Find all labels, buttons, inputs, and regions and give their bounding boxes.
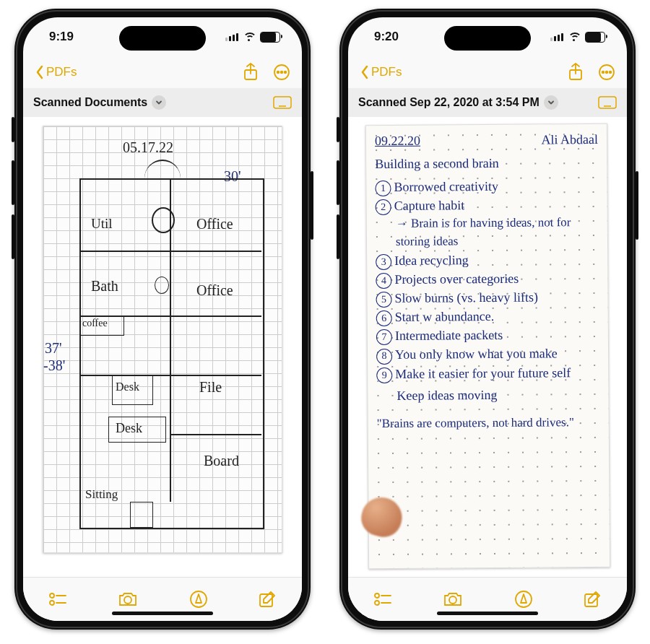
room-desk2: Desk <box>116 421 142 436</box>
expand-icon[interactable] <box>152 95 166 110</box>
notes-item: Borrowed creativity <box>394 179 498 194</box>
share-icon[interactable] <box>243 63 259 82</box>
home-indicator[interactable] <box>112 612 213 615</box>
dim-left-top: 37' <box>45 340 62 357</box>
room-board: Board <box>204 453 239 469</box>
thumb-in-photo <box>357 493 406 541</box>
back-label: PDFs <box>371 65 402 79</box>
notes-closing: Keep ideas moving <box>396 385 605 405</box>
notes-quote: "Brains are computers, not hard drives." <box>376 414 605 433</box>
room-desk1: Desk <box>116 380 139 393</box>
note-title-bar: Scanned Sep 22, 2020 at 3:54 PM <box>348 88 627 117</box>
svg-point-3 <box>281 71 283 74</box>
scan-date: 05.17.22 <box>123 139 173 156</box>
share-icon[interactable] <box>568 63 584 82</box>
svg-point-17 <box>50 593 54 598</box>
home-indicator[interactable] <box>437 612 538 615</box>
compose-icon[interactable] <box>583 590 602 609</box>
svg-point-19 <box>50 601 54 605</box>
compose-icon[interactable] <box>258 590 277 609</box>
scanned-floor-plan[interactable]: 05.17.22 30' 37' -38' <box>43 126 282 553</box>
status-time: 9:19 <box>49 30 74 44</box>
markup-icon[interactable] <box>514 590 533 609</box>
notes-date: 09.22.20 <box>374 131 420 151</box>
room-office2: Office <box>196 282 233 299</box>
more-icon[interactable] <box>598 64 615 81</box>
notes-author: Ali Abdaal <box>541 130 598 149</box>
dim-left-bot: -38' <box>43 357 65 374</box>
checklist-icon[interactable] <box>373 591 392 607</box>
battery-icon <box>585 32 605 43</box>
cellular-icon <box>550 33 563 41</box>
svg-point-2 <box>277 71 280 74</box>
more-icon[interactable] <box>273 64 290 81</box>
phone-left: 9:19 PDFs Scanned D <box>14 9 311 630</box>
markup-icon[interactable] <box>189 590 208 609</box>
room-sitting: Sitting <box>85 487 118 502</box>
battery-icon <box>260 32 280 43</box>
back-button[interactable]: PDFs <box>35 65 77 79</box>
notes-title: Building a second brain <box>375 153 604 173</box>
svg-point-41 <box>375 593 379 598</box>
keyboard-icon[interactable] <box>273 96 292 109</box>
svg-point-4 <box>285 71 287 74</box>
notes-item: Slow burns (vs. heavy lifts) <box>394 290 538 305</box>
note-title[interactable]: Scanned Sep 22, 2020 at 3:54 PM <box>358 96 540 109</box>
dynamic-island <box>119 26 206 51</box>
expand-icon[interactable] <box>544 95 558 110</box>
notes-item: Start w abundance. <box>394 309 494 324</box>
notes-item: You only know what you make <box>395 347 558 362</box>
phone-right: 9:20 PDFs Scanned S <box>339 9 636 630</box>
back-label: PDFs <box>46 65 77 79</box>
svg-point-45 <box>449 596 456 604</box>
svg-point-27 <box>606 71 608 74</box>
note-content: 09.22.20 Ali Abdaal Building a second br… <box>348 117 627 577</box>
camera-icon[interactable] <box>117 591 139 608</box>
dynamic-island <box>444 26 531 51</box>
svg-point-26 <box>602 71 604 74</box>
wifi-icon <box>568 32 581 42</box>
notes-item: Intermediate packets <box>394 328 503 343</box>
keyboard-icon[interactable] <box>598 96 617 109</box>
notes-item: Idea recycling <box>394 253 469 268</box>
room-bath: Bath <box>91 278 118 295</box>
room-coffee: coffee <box>82 318 108 329</box>
note-title[interactable]: Scanned Documents <box>33 96 147 109</box>
scanned-notes-page[interactable]: 09.22.20 Ali Abdaal Building a second br… <box>365 123 610 569</box>
nav-bar: PDFs <box>348 56 627 88</box>
note-content: 05.17.22 30' 37' -38' <box>23 117 302 577</box>
room-file: File <box>199 379 222 396</box>
notes-item: Capture habit <box>394 199 464 214</box>
wifi-icon <box>243 32 256 42</box>
cellular-icon <box>225 33 238 41</box>
room-util: Util <box>91 216 113 232</box>
note-title-bar: Scanned Documents <box>23 88 302 117</box>
camera-icon[interactable] <box>442 591 464 608</box>
svg-point-43 <box>375 601 379 605</box>
svg-point-28 <box>610 71 612 74</box>
checklist-icon[interactable] <box>48 591 67 607</box>
notes-item: Make it easier for your future self <box>395 365 571 381</box>
notes-subnote: → Brain is for having ideas, not for sto… <box>395 214 604 251</box>
status-time: 9:20 <box>374 30 399 44</box>
notes-item: Projects over categories <box>394 271 519 287</box>
room-office1: Office <box>196 216 233 232</box>
back-button[interactable]: PDFs <box>360 65 402 79</box>
nav-bar: PDFs <box>23 56 302 88</box>
svg-point-21 <box>124 596 131 604</box>
